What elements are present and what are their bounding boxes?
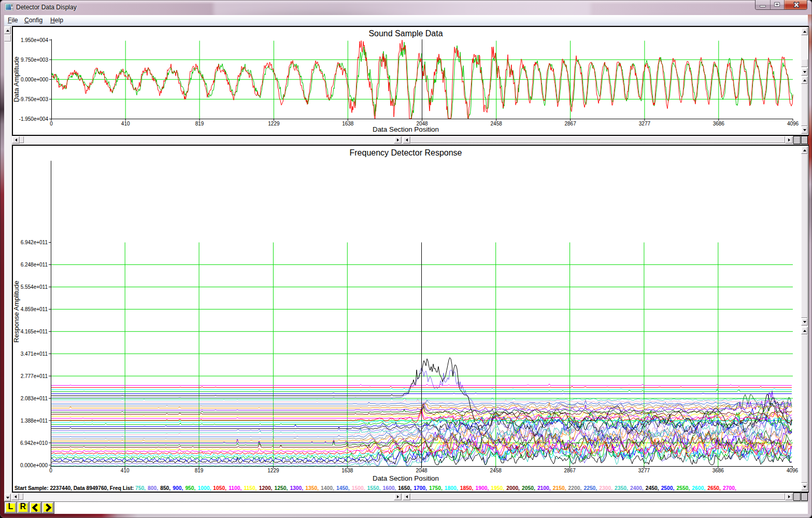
svg-text:4096: 4096 [787, 468, 799, 473]
svg-text:410: 410 [121, 121, 130, 127]
svg-text:6.248e+011: 6.248e+011 [21, 262, 48, 268]
svg-text:Response Amplitude: Response Amplitude [13, 281, 20, 342]
svg-text:410: 410 [121, 468, 130, 473]
svg-text:6.942e+010: 6.942e+010 [20, 440, 48, 446]
svg-text:-1.950e+004: -1.950e+004 [19, 116, 49, 122]
svg-text:3686: 3686 [713, 121, 725, 127]
svg-text:2.777e+011: 2.777e+011 [21, 373, 48, 379]
svg-text:Frequency Detector Response: Frequency Detector Response [350, 148, 462, 157]
svg-text:Data Amplitude: Data Amplitude [13, 57, 20, 102]
svg-text:1638: 1638 [341, 468, 353, 473]
svg-text:2867: 2867 [564, 121, 576, 127]
svg-text:3.471e+011: 3.471e+011 [21, 351, 48, 357]
svg-text:3277: 3277 [638, 468, 650, 473]
svg-text:3686: 3686 [713, 468, 724, 473]
svg-text:4096: 4096 [787, 121, 799, 127]
svg-text:819: 819 [195, 468, 204, 473]
svg-text:-9.750e+003: -9.750e+003 [19, 96, 49, 102]
svg-text:3277: 3277 [639, 121, 651, 127]
svg-text:9.750e+003: 9.750e+003 [21, 57, 49, 63]
svg-text:2048: 2048 [416, 468, 428, 473]
svg-text:5.554e+011: 5.554e+011 [21, 284, 48, 290]
svg-text:0: 0 [49, 468, 52, 473]
svg-text:819: 819 [195, 121, 204, 127]
svg-text:2458: 2458 [490, 468, 502, 473]
svg-text:2.083e+011: 2.083e+011 [21, 396, 48, 401]
svg-text:Data Section Position: Data Section Position [373, 125, 439, 133]
svg-text:1.950e+004: 1.950e+004 [21, 37, 49, 43]
svg-text:1.388e+011: 1.388e+011 [21, 418, 48, 424]
svg-text:6.942e+011: 6.942e+011 [21, 240, 48, 245]
svg-text:1229: 1229 [268, 121, 280, 127]
svg-text:Data Section Position: Data Section Position [373, 474, 439, 482]
svg-text:2867: 2867 [564, 468, 576, 473]
svg-text:1229: 1229 [267, 468, 279, 473]
svg-text:1638: 1638 [342, 121, 354, 127]
svg-text:4.859e+011: 4.859e+011 [21, 306, 48, 312]
svg-text:4.165e+011: 4.165e+011 [21, 329, 48, 334]
svg-text:Sound Sample Data: Sound Sample Data [368, 29, 443, 38]
svg-text:0: 0 [50, 121, 53, 127]
svg-text:0.000e+000: 0.000e+000 [20, 463, 48, 468]
svg-text:0.000e+000: 0.000e+000 [21, 77, 49, 82]
svg-text:2458: 2458 [491, 121, 503, 127]
